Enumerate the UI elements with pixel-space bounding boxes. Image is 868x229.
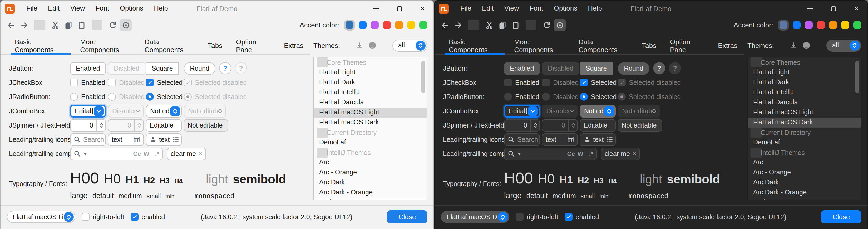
chevron-up-down-icon[interactable] — [498, 212, 508, 222]
accent-swatch-6[interactable] — [407, 21, 415, 29]
help-button[interactable]: ? — [219, 62, 231, 74]
themes-list[interactable]: Core ThemesFlatLaf LightFlatLaf DarkFlat… — [313, 57, 427, 200]
calendar-icon[interactable] — [567, 136, 574, 143]
theme-item[interactable]: FlatLaf Light — [748, 67, 861, 78]
accent-swatch-4[interactable] — [817, 21, 825, 29]
menu-edit[interactable]: Edit — [43, 1, 65, 16]
titlebar[interactable]: FL FileEditViewFontOptionsHelp FlatLaf D… — [1, 1, 433, 16]
look-and-feel-combobox[interactable]: FlatLaf macOS D... — [441, 211, 509, 223]
close-window-button[interactable]: × — [419, 5, 426, 12]
enabled-button[interactable]: Enabled — [504, 62, 540, 75]
checkbox-selected[interactable]: Selected — [146, 79, 183, 86]
titlebar[interactable]: FL FileEditViewFontOptionsHelp FlatLaf D… — [435, 1, 867, 16]
search-options-input[interactable]: Cc W .* — [504, 147, 597, 160]
square-button[interactable]: Square — [146, 62, 179, 75]
theme-item[interactable]: FlatLaf macOS Light — [748, 108, 861, 117]
menu-view[interactable]: View — [65, 1, 90, 16]
combobox-editable[interactable]: Editable — [70, 105, 106, 117]
match-case-toggle[interactable]: Cc — [133, 150, 141, 157]
chevron-up-down-icon[interactable] — [849, 40, 860, 50]
theme-item[interactable]: Arc — [748, 158, 861, 168]
spinner[interactable]: 0 — [504, 119, 540, 132]
look-and-feel-combobox[interactable]: FlatLaf macOS Li... — [7, 211, 75, 223]
refresh-button[interactable] — [106, 19, 119, 31]
combobox-not-editable[interactable]: Not editable — [146, 105, 182, 117]
theme-item[interactable]: FlatLaf IntelliJ — [314, 87, 427, 97]
combobox-not-editable[interactable]: Not editable — [580, 105, 616, 117]
chevron-down-icon[interactable] — [528, 106, 538, 116]
tab-tabs[interactable]: Tabs — [635, 37, 663, 54]
chevron-up-down-icon[interactable] — [415, 40, 426, 50]
clearable-input[interactable]: clear me× — [167, 147, 206, 160]
chevron-down-icon[interactable] — [84, 152, 87, 155]
theme-item[interactable]: Carbon — [748, 198, 861, 200]
tab-tabs[interactable]: Tabs — [201, 37, 229, 54]
chevron-down-icon[interactable] — [94, 106, 104, 116]
maximize-button[interactable] — [830, 5, 837, 12]
theme-item[interactable]: Arc Dark — [314, 178, 427, 188]
forward-button[interactable] — [452, 19, 464, 31]
spinner-arrows-icon[interactable] — [530, 119, 539, 131]
enabled-checkbox[interactable]: enabled — [565, 213, 599, 221]
checkbox-enabled[interactable]: Enabled — [504, 79, 539, 86]
theme-item[interactable]: FlatLaf Dark — [314, 78, 427, 87]
cut-button[interactable] — [483, 19, 495, 31]
theme-item[interactable]: FlatLaf Light — [314, 67, 427, 78]
copy-button[interactable] — [496, 19, 508, 31]
theme-item[interactable]: Arc - Orange — [314, 168, 427, 178]
menu-options[interactable]: Options — [115, 1, 149, 16]
theme-item[interactable]: FlatLaf macOS Dark — [748, 117, 861, 127]
chevron-up-down-icon[interactable] — [64, 212, 74, 222]
copy-button[interactable] — [62, 19, 74, 31]
close-window-button[interactable]: × — [853, 5, 860, 12]
radio-enabled[interactable]: Enabled — [504, 93, 539, 101]
theme-item[interactable]: FlatLaf Darcula — [748, 97, 861, 108]
tab-data-components[interactable]: Data Components — [572, 37, 635, 54]
theme-item[interactable]: Arc Dark — [748, 178, 861, 188]
search-options-input[interactable]: Cc W .* — [70, 147, 163, 160]
enabled-checkbox[interactable]: enabled — [131, 213, 165, 221]
themes-filter-combobox[interactable]: all — [827, 39, 861, 51]
right-to-left-checkbox[interactable]: right-to-left — [82, 213, 124, 221]
spinner-arrows-icon[interactable] — [96, 119, 105, 131]
accent-swatch-6[interactable] — [841, 21, 849, 29]
regex-toggle[interactable]: .* — [589, 150, 593, 157]
help-button[interactable]: ? — [653, 62, 665, 74]
spinner[interactable]: 0 — [70, 119, 106, 132]
accent-swatch-5[interactable] — [395, 21, 403, 29]
calendar-icon[interactable] — [133, 136, 140, 143]
minimize-button[interactable] — [372, 5, 380, 12]
clearable-input[interactable]: clear me× — [601, 147, 640, 160]
theme-item[interactable]: DemoLaf — [748, 138, 861, 148]
show-hidden-toggle-icon[interactable] — [120, 19, 132, 31]
tab-more-components[interactable]: More Components — [507, 37, 571, 54]
whole-word-toggle[interactable]: W — [578, 150, 583, 157]
download-icon[interactable] — [356, 41, 364, 49]
search-input[interactable]: Search — [504, 133, 540, 146]
tab-data-components[interactable]: Data Components — [138, 37, 201, 54]
menu-font[interactable]: Font — [524, 1, 549, 16]
menu-font[interactable]: Font — [90, 1, 115, 16]
tab-option-pane[interactable]: Option Pane — [663, 37, 711, 54]
back-button[interactable] — [5, 19, 17, 31]
chevron-up-down-icon[interactable] — [170, 106, 180, 116]
github-icon[interactable] — [802, 41, 811, 50]
theme-item[interactable]: FlatLaf Darcula — [314, 97, 427, 108]
accent-swatch-1[interactable] — [779, 21, 787, 29]
regex-toggle[interactable]: .* — [155, 150, 159, 157]
match-case-toggle[interactable]: Cc — [567, 150, 575, 157]
tab-basic-components[interactable]: Basic Components — [442, 37, 507, 54]
accent-swatch-4[interactable] — [383, 21, 391, 29]
scrollbar-thumb[interactable] — [855, 61, 859, 93]
radio-selected[interactable]: Selected — [580, 93, 617, 101]
round-button[interactable]: Round — [618, 62, 649, 75]
close-button[interactable]: Close — [821, 210, 861, 224]
back-button[interactable] — [439, 19, 451, 31]
user-input[interactable]: text — [146, 133, 182, 146]
accent-swatch-2[interactable] — [359, 21, 367, 29]
paste-button[interactable] — [75, 19, 87, 31]
accent-swatch-3[interactable] — [805, 21, 813, 29]
user-input[interactable]: text — [580, 133, 616, 146]
accent-swatch-1[interactable] — [345, 21, 353, 29]
clear-x-icon[interactable]: × — [632, 150, 637, 158]
